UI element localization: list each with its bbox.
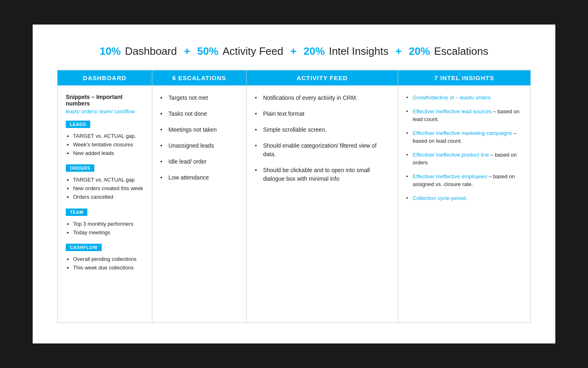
activity-feed-col: ACTIVITY FEED Notifications of every act… <box>247 70 398 323</box>
list-item: Plain text format <box>255 110 390 118</box>
orders-badge: ORDERS <box>66 164 94 172</box>
list-item: Low attendance <box>160 173 238 182</box>
list-item: TARGET vs. ACTUAL gap. <box>73 132 144 141</box>
escalations-header: 6 ESCALATIONS <box>152 70 247 85</box>
header-row: 10% Dashboard + 50% Activity Feed + 20% … <box>57 41 531 58</box>
team-badge: TEAM <box>66 209 87 216</box>
activity-feed-header: ACTIVITY FEED <box>247 70 398 85</box>
list-item: Idle lead/ order <box>160 157 238 166</box>
list-item: Overall pending collections <box>73 255 144 264</box>
pct-dashboard: 10% <box>100 45 121 58</box>
leads-list: TARGET vs. ACTUAL gap. Week's tentative … <box>66 132 144 157</box>
list-item: New added leads <box>73 149 144 158</box>
orders-list: TARGET vs. ACTUAL gap New orders created… <box>66 176 144 201</box>
list-item: Targets not met <box>160 94 238 102</box>
columns-grid: DASHBOARD Snippets – Important numbers l… <box>57 70 531 323</box>
sep-1: + <box>181 45 193 58</box>
list-item: Should be clickable and to open into sma… <box>255 166 390 183</box>
list-item: Collection cycle period. <box>406 194 522 202</box>
list-item: Week's tentative closures <box>73 141 144 149</box>
team-list: Top 3 monthly performers Today meetings <box>66 220 144 237</box>
list-item: Should enable categorization/ filtered v… <box>255 141 390 159</box>
list-item: Today meetings <box>73 229 144 237</box>
intel-insights-col: 7 INTEL INSIGHTS Growth/decline of – lea… <box>398 70 530 323</box>
intel-insights-header: 7 INTEL INSIGHTS <box>398 70 530 85</box>
pct-escalations: 20% <box>409 45 430 58</box>
sep-2: + <box>287 45 300 58</box>
label-dashboard: Dashboard <box>125 45 177 58</box>
intel-insights-list: Growth/decline of – leads/ orders Effect… <box>406 94 522 202</box>
label-activity: Activity Feed <box>223 45 283 58</box>
dashboard-header: DASHBOARD <box>58 70 152 85</box>
snippets-title: Snippets – Important numbers <box>66 94 144 107</box>
list-item: Meetings not taken <box>160 126 238 134</box>
leads-badge: LEADS <box>66 121 90 128</box>
escalations-body: Targets not met Tasks not done Meetings … <box>152 85 247 323</box>
cashflow-list: Overall pending collections This week du… <box>66 255 144 272</box>
activity-feed-body: Notifications of every activity in CRM. … <box>247 85 398 323</box>
sep-3: + <box>392 45 405 58</box>
list-item: Effective/ Ineffective employees – based… <box>406 173 522 188</box>
label-escalations: Escalations <box>434 45 488 58</box>
list-item: Simple scrollable screen. <box>255 126 390 134</box>
escalations-list: Targets not met Tasks not done Meetings … <box>160 94 238 182</box>
pct-activity: 50% <box>197 45 218 58</box>
cashflow-badge: CASHFLOW <box>66 244 102 251</box>
list-item: Tasks not done <box>160 110 238 118</box>
label-intel: Intel Insights <box>329 45 388 58</box>
pct-intel: 20% <box>303 45 325 58</box>
escalations-col: 6 ESCALATIONS Targets not met Tasks not … <box>152 70 247 323</box>
list-item: New orders created this week <box>73 184 144 193</box>
list-item: This week due collections <box>73 264 144 272</box>
list-item: Growth/decline of – leads/ orders <box>406 94 522 102</box>
list-item: TARGET vs. ACTUAL gap <box>73 176 144 184</box>
list-item: Orders cancelled <box>73 193 144 202</box>
slide-container: 10% Dashboard + 50% Activity Feed + 20% … <box>33 25 555 343</box>
list-item: Notifications of every activity in CRM. <box>255 94 390 102</box>
list-item: Top 3 monthly performers <box>73 220 144 229</box>
list-item: Effective/ Ineffective lead sources – ba… <box>406 108 522 123</box>
dashboard-body: Snippets – Important numbers leads/ orde… <box>58 85 152 323</box>
snippets-sub: leads/ orders/ team/ cashflow <box>66 108 144 114</box>
list-item: Effective/ Ineffective product line – ba… <box>406 151 522 167</box>
dashboard-col: DASHBOARD Snippets – Important numbers l… <box>58 70 152 323</box>
activity-feed-list: Notifications of every activity in CRM. … <box>255 94 390 183</box>
list-item: Effective/ Ineffective marketing campaig… <box>406 129 522 145</box>
list-item: Unassigned leads <box>160 141 238 150</box>
intel-insights-body: Growth/decline of – leads/ orders Effect… <box>398 85 530 323</box>
